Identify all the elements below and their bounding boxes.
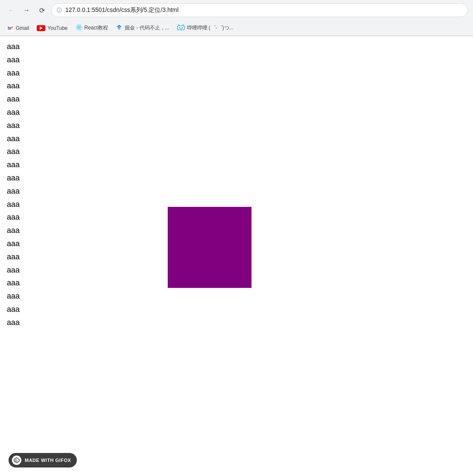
aaa-line-4: aaa	[7, 80, 466, 92]
bookmark-juejin[interactable]: 掘金 - 代码不止，...	[112, 23, 173, 34]
gifox-badge: G MADE WITH GIFOX	[9, 453, 77, 463]
react-icon	[76, 24, 82, 32]
bookmark-youtube-label: YouTube	[47, 25, 67, 31]
svg-text:M: M	[8, 26, 11, 31]
bookmark-react-label: React教程	[85, 24, 108, 32]
bookmark-bilibili[interactable]: 哔哩哔哩 (゜-゜)つ...	[174, 23, 237, 34]
gmail-icon: M	[7, 25, 14, 32]
bookmark-bilibili-label: 哔哩哔哩 (゜-゜)つ...	[187, 24, 234, 32]
aaa-line-2: aaa	[7, 54, 466, 66]
aaa-line-7: aaa	[7, 119, 466, 132]
back-button[interactable]: ←	[5, 4, 17, 16]
gifox-logo: G	[12, 456, 21, 463]
svg-text:G: G	[15, 459, 18, 462]
aaa-line-3: aaa	[7, 67, 466, 79]
aaa-line-20: aaa	[7, 290, 466, 302]
bilibili-icon	[177, 24, 185, 32]
aaa-line-22: aaa	[7, 316, 466, 329]
bookmark-juejin-label: 掘金 - 代码不止，...	[125, 24, 169, 32]
aaa-line-5: aaa	[7, 93, 466, 105]
bookmarks-bar: M Gmail YouTube	[0, 20, 473, 36]
aaa-line-21: aaa	[7, 303, 466, 316]
gifox-label: MADE WITH GIFOX	[25, 458, 71, 463]
purple-positioned-box	[168, 207, 251, 288]
browser-chrome: ← → ⟳ ⓘ 127.0.0.1:5501/csdn/css系列/5.定位/3…	[0, 0, 473, 36]
aaa-line-6: aaa	[7, 106, 466, 119]
bookmark-gmail-label: Gmail	[16, 25, 29, 31]
aaa-line-1: aaa	[7, 41, 466, 53]
svg-point-9	[179, 27, 180, 28]
bookmark-youtube[interactable]: YouTube	[33, 23, 71, 34]
juejin-icon	[116, 24, 123, 32]
youtube-icon	[37, 25, 45, 31]
address-bar[interactable]: ⓘ 127.0.0.1:5501/csdn/css系列/5.定位/3.html	[51, 3, 468, 17]
aaa-line-10: aaa	[7, 159, 466, 171]
browser-nav: ← → ⟳ ⓘ 127.0.0.1:5501/csdn/css系列/5.定位/3…	[0, 0, 473, 20]
aaa-line-12: aaa	[7, 185, 466, 197]
page-content: aaa aaa aaa aaa aaa aaa aaa aaa aaa aaa …	[0, 36, 473, 463]
lock-icon: ⓘ	[57, 7, 62, 14]
aaa-line-8: aaa	[7, 133, 466, 145]
svg-point-2	[78, 26, 80, 28]
bookmark-react[interactable]: React教程	[72, 23, 111, 34]
forward-button[interactable]: →	[20, 4, 32, 16]
reload-button[interactable]: ⟳	[36, 4, 48, 16]
svg-point-10	[181, 27, 182, 28]
aaa-line-11: aaa	[7, 172, 466, 184]
bookmark-gmail[interactable]: M Gmail	[3, 23, 32, 34]
aaa-line-9: aaa	[7, 145, 466, 158]
address-text: 127.0.0.1:5501/csdn/css系列/5.定位/3.html	[65, 6, 178, 14]
